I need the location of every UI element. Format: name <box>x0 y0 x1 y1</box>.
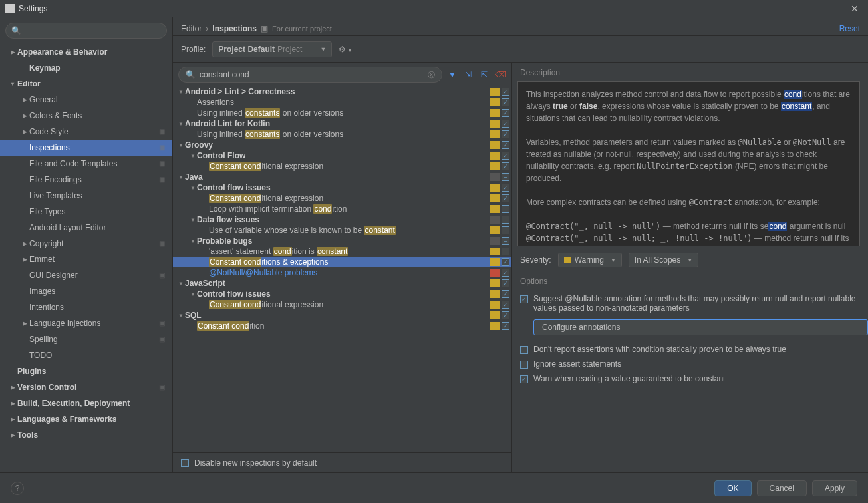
inspection-row[interactable]: Constant conditional expression <box>173 193 511 204</box>
sidebar-item-keymap[interactable]: Keymap <box>0 60 172 76</box>
inspection-row[interactable]: ▼Control flow issues <box>173 289 511 299</box>
inspection-row[interactable]: ▼Probable bugs <box>173 236 511 246</box>
apply-button[interactable]: Apply <box>812 480 857 496</box>
inspection-row[interactable]: Constant conditional expression <box>173 299 511 310</box>
expand-all-icon[interactable]: ⇲ <box>462 69 474 81</box>
severity-selector[interactable]: Warning ▼ <box>558 253 622 267</box>
close-icon[interactable]: ✕ <box>847 2 863 15</box>
inspection-row[interactable]: Using inlined constants on older version… <box>173 108 511 118</box>
breadcrumb-editor[interactable]: Editor <box>181 24 202 33</box>
inspections-search-input[interactable] <box>200 70 424 79</box>
sidebar-item-plugins[interactable]: Plugins <box>0 363 172 379</box>
reset-link[interactable]: Reset <box>839 24 860 33</box>
sidebar-item-general[interactable]: ▶General <box>0 92 172 108</box>
inspection-checkbox[interactable] <box>501 151 510 160</box>
inspection-row[interactable]: Constant condition <box>173 321 511 331</box>
sidebar-item-emmet[interactable]: ▶Emmet <box>0 252 172 267</box>
inspection-checkbox[interactable] <box>501 257 510 267</box>
inspection-row[interactable]: ▼JavaScript <box>173 278 511 289</box>
filter-icon[interactable]: ▼ <box>446 69 458 81</box>
inspection-checkbox[interactable] <box>501 162 510 171</box>
inspection-row[interactable]: @NotNull/@Nullable problems <box>173 267 511 278</box>
sidebar-item-file-encodings[interactable]: File Encodings▣ <box>0 172 172 188</box>
inspection-row[interactable]: ▼Data flow issues <box>173 214 511 225</box>
inspection-row[interactable]: Assertions <box>173 97 511 108</box>
inspection-checkbox[interactable] <box>501 226 510 235</box>
inspection-row[interactable]: 'assert' statement condition is constant <box>173 246 511 257</box>
gear-icon[interactable]: ⚙ ▾ <box>339 45 351 54</box>
sidebar-item-file-types[interactable]: File Types <box>0 204 172 220</box>
sidebar-item-appearance-behavior[interactable]: ▶Appearance & Behavior <box>0 44 172 60</box>
inspection-row[interactable]: Use of variable whose value is known to … <box>173 225 511 236</box>
inspection-checkbox[interactable] <box>501 140 510 150</box>
sidebar-item-gui-designer[interactable]: GUI Designer▣ <box>0 267 172 283</box>
inspection-checkbox[interactable] <box>501 130 510 139</box>
inspection-checkbox[interactable] <box>501 321 510 331</box>
inspection-checkbox[interactable] <box>501 98 510 107</box>
inspection-row[interactable]: ▼Groovy <box>173 140 511 150</box>
configure-annotations-button[interactable]: Configure annotations <box>533 319 868 335</box>
cancel-button[interactable]: Cancel <box>757 480 807 496</box>
inspection-checkbox[interactable] <box>501 247 510 256</box>
option-dont-report-assert-checkbox[interactable] <box>520 346 528 354</box>
sidebar-item-languages-frameworks[interactable]: ▶Languages & Frameworks <box>0 411 172 427</box>
inspection-checkbox[interactable] <box>501 311 510 320</box>
inspection-row[interactable]: Using inlined constants on older version… <box>173 129 511 140</box>
inspection-checkbox[interactable] <box>501 183 510 192</box>
sidebar-search[interactable]: 🔍 <box>5 23 167 39</box>
inspection-checkbox[interactable] <box>501 87 510 96</box>
sidebar-item-live-templates[interactable]: Live Templates <box>0 188 172 204</box>
sidebar-item-android-layout-editor[interactable]: Android Layout Editor <box>0 220 172 236</box>
inspection-checkbox[interactable] <box>501 108 510 118</box>
sidebar-item-code-style[interactable]: ▶Code Style▣ <box>0 124 172 140</box>
tree-arrow-icon: ▼ <box>189 153 197 159</box>
option-ignore-assert-checkbox[interactable] <box>520 361 528 369</box>
sidebar-item-tools[interactable]: ▶Tools <box>0 427 172 443</box>
option-warn-constant-checkbox[interactable] <box>520 375 528 383</box>
sidebar-search-input[interactable] <box>24 26 161 35</box>
disable-new-checkbox[interactable] <box>181 459 189 467</box>
inspection-checkbox[interactable] <box>501 172 510 182</box>
profile-selector[interactable]: Project Default Project ▼ <box>212 41 332 57</box>
inspection-row[interactable]: Loop with implicit termination condition <box>173 204 511 214</box>
sidebar-item-spelling[interactable]: Spelling▣ <box>0 331 172 347</box>
inspection-row[interactable]: ▼Control flow issues <box>173 182 511 193</box>
sidebar-item-images[interactable]: Images <box>0 283 172 299</box>
inspection-checkbox[interactable] <box>501 279 510 288</box>
sidebar-item-file-and-code-templates[interactable]: File and Code Templates▣ <box>0 156 172 172</box>
inspection-checkbox[interactable] <box>501 289 510 299</box>
sidebar-item-inspections[interactable]: Inspections▣ <box>0 140 172 156</box>
help-icon[interactable]: ? <box>11 482 24 495</box>
reset-filter-icon[interactable]: ⌫ <box>494 69 506 81</box>
ok-button[interactable]: OK <box>714 480 751 496</box>
sidebar-item-editor[interactable]: ▼Editor <box>0 76 172 92</box>
severity-indicator-icon <box>490 173 500 181</box>
inspection-row[interactable]: ▼Control Flow <box>173 150 511 161</box>
sidebar-item-colors-fonts[interactable]: ▶Colors & Fonts <box>0 108 172 124</box>
inspection-checkbox[interactable] <box>501 300 510 309</box>
tree-arrow-icon: ▼ <box>177 174 185 180</box>
sidebar-item-copyright[interactable]: ▶Copyright▣ <box>0 236 172 252</box>
inspection-checkbox[interactable] <box>501 194 510 203</box>
inspection-checkbox[interactable] <box>501 215 510 224</box>
scope-selector[interactable]: In All Scopes ▼ <box>629 253 698 267</box>
inspection-row[interactable]: Constant conditional expression <box>173 161 511 172</box>
inspection-checkbox[interactable] <box>501 204 510 214</box>
inspections-search[interactable]: 🔍 ⓧ <box>178 67 442 83</box>
inspection-row[interactable]: ▼Android > Lint > Correctness <box>173 86 511 97</box>
sidebar-item-todo[interactable]: TODO <box>0 347 172 363</box>
collapse-all-icon[interactable]: ⇱ <box>478 69 490 81</box>
inspection-checkbox[interactable] <box>501 236 510 246</box>
inspection-checkbox[interactable] <box>501 119 510 128</box>
inspection-row[interactable]: ▼Android Lint for Kotlin <box>173 118 511 129</box>
inspection-checkbox[interactable] <box>501 268 510 277</box>
option-suggest-nullable-checkbox[interactable] <box>520 295 528 303</box>
inspection-row[interactable]: Constant conditions & exceptions <box>173 257 511 267</box>
sidebar-item-intentions[interactable]: Intentions <box>0 299 172 315</box>
inspection-row[interactable]: ▼SQL <box>173 310 511 321</box>
inspection-row[interactable]: ▼Java <box>173 172 511 182</box>
clear-search-icon[interactable]: ⓧ <box>428 70 435 80</box>
sidebar-item-version-control[interactable]: ▶Version Control▣ <box>0 379 172 395</box>
sidebar-item-language-injections[interactable]: ▶Language Injections▣ <box>0 315 172 331</box>
sidebar-item-build-execution-deployment[interactable]: ▶Build, Execution, Deployment <box>0 395 172 411</box>
